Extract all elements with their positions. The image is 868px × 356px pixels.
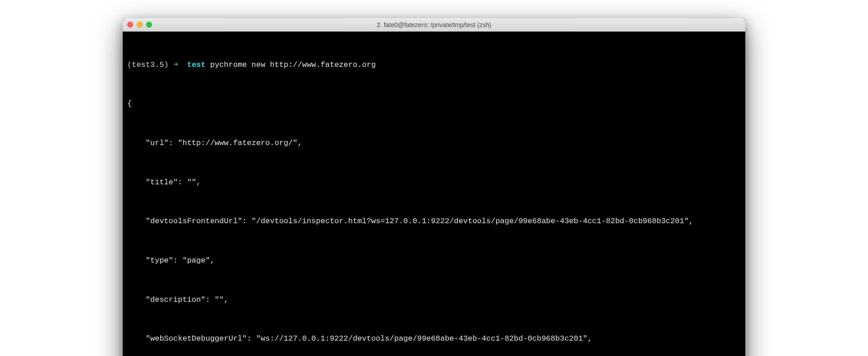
output-line: "description": "",: [127, 294, 741, 307]
output-line: "url": "http://www.fatezero.org/",: [127, 137, 741, 150]
terminal-window: 2. fate0@fatezero: /private/tmp/test (zs…: [123, 18, 745, 356]
output-line: {: [127, 98, 741, 111]
venv-label: (test3.5): [127, 59, 169, 72]
output-line: "type": "page",: [127, 254, 741, 267]
window-title: 2. fate0@fatezero: /private/tmp/test (zs…: [123, 21, 745, 28]
output-line: "devtoolsFrontendUrl": "/devtools/inspec…: [127, 215, 741, 228]
output-line: "title": "",: [127, 176, 741, 189]
terminal-body[interactable]: (test3.5) ➜ test pychrome new http://www…: [123, 32, 745, 356]
traffic-lights: [127, 22, 152, 28]
maximize-icon[interactable]: [146, 22, 152, 28]
prompt-line: (test3.5) ➜ test pychrome new http://www…: [127, 59, 741, 72]
minimize-icon[interactable]: [137, 22, 143, 28]
close-icon[interactable]: [127, 22, 133, 28]
prompt-arrow-icon: ➜: [173, 59, 178, 72]
output-line: "webSocketDebuggerUrl": "ws://127.0.0.1:…: [127, 333, 741, 346]
titlebar: 2. fate0@fatezero: /private/tmp/test (zs…: [123, 18, 745, 32]
cwd-label: test: [187, 59, 206, 72]
command-text: pychrome new http://www.fatezero.org: [210, 59, 376, 72]
